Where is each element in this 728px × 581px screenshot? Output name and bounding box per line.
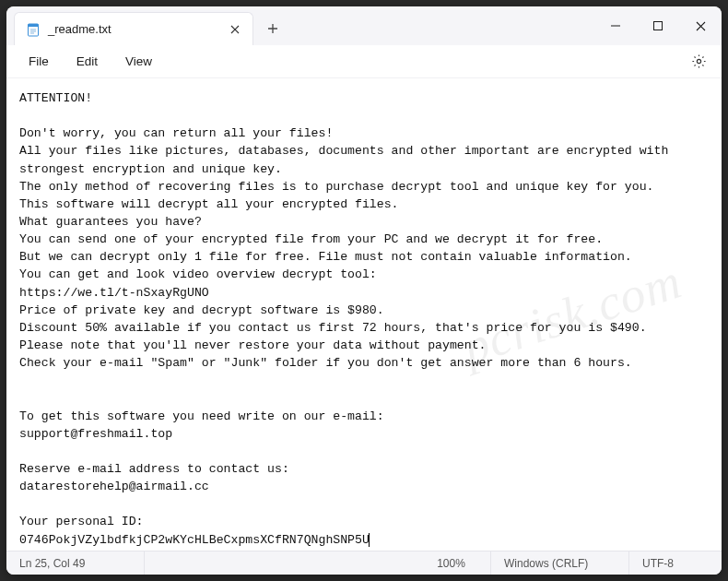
notepad-window: _readme.txt File Edit View xyxy=(6,6,722,575)
tab-active[interactable]: _readme.txt xyxy=(14,12,253,45)
status-zoom[interactable]: 100% xyxy=(412,551,491,575)
titlebar-drag-region[interactable] xyxy=(287,6,594,45)
menubar: File Edit View xyxy=(6,45,722,78)
menu-edit[interactable]: Edit xyxy=(64,51,111,72)
document-text: ATTENTION! Don't worry, you can return a… xyxy=(19,91,675,547)
status-cursor-position[interactable]: Ln 25, Col 49 xyxy=(6,551,145,575)
minimize-button[interactable] xyxy=(594,6,637,45)
statusbar: Ln 25, Col 49 100% Windows (CRLF) UTF-8 xyxy=(6,551,722,575)
svg-rect-6 xyxy=(654,22,663,30)
titlebar[interactable]: _readme.txt xyxy=(6,6,722,45)
status-encoding[interactable]: UTF-8 xyxy=(629,551,722,575)
editor-area: pcrisk.com ATTENTION! Don't worry, you c… xyxy=(6,78,722,551)
text-editor[interactable]: ATTENTION! Don't worry, you can return a… xyxy=(6,78,722,551)
status-line-ending[interactable]: Windows (CRLF) xyxy=(491,551,629,575)
gear-icon xyxy=(691,53,707,69)
menu-file[interactable]: File xyxy=(16,51,62,72)
notepad-icon xyxy=(26,22,41,37)
close-tab-button[interactable] xyxy=(225,19,245,40)
close-window-button[interactable] xyxy=(679,6,722,45)
tab-title: _readme.txt xyxy=(48,22,217,36)
new-tab-button[interactable] xyxy=(259,15,287,42)
maximize-button[interactable] xyxy=(637,6,679,45)
svg-point-7 xyxy=(697,59,700,63)
window-controls xyxy=(594,6,722,45)
tab-strip: _readme.txt xyxy=(6,6,287,45)
text-caret xyxy=(369,533,370,547)
settings-button[interactable] xyxy=(685,48,712,76)
svg-rect-1 xyxy=(29,24,39,27)
menu-view[interactable]: View xyxy=(112,51,165,72)
